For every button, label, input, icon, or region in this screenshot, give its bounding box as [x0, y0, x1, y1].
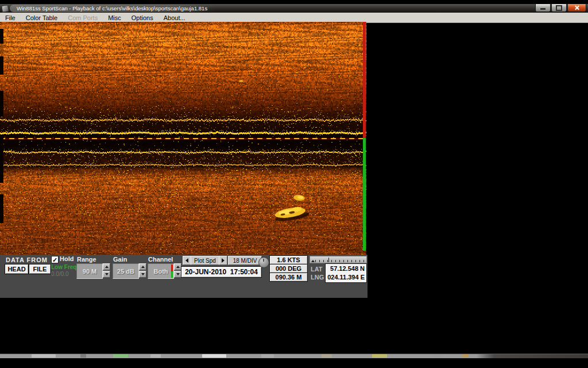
data-from-label: DATA FROM [6, 256, 48, 263]
speed-display: 1.6 KTS [269, 255, 308, 264]
close-button[interactable] [567, 4, 586, 12]
taskbar-icon [32, 354, 56, 358]
lat-label: LAT [311, 266, 323, 273]
gain-up-button[interactable] [139, 263, 146, 270]
channel-port-starboard-indicator [171, 264, 173, 278]
lng-label: LNG [311, 274, 324, 281]
down-arrow-icon [105, 273, 109, 275]
menu-item-file[interactable]: File [0, 14, 21, 22]
file-button[interactable]: FILE [29, 264, 51, 274]
heading-display: 000 DEG [269, 264, 308, 273]
right-arrow-icon [222, 258, 225, 263]
clock-knob-icon[interactable] [258, 257, 269, 268]
channel-value-text: Both [153, 268, 168, 275]
taskbar-strip [0, 354, 588, 358]
channel-value: Both [148, 263, 174, 279]
menu-item-options[interactable]: Options [126, 14, 158, 22]
down-arrow-icon [141, 273, 145, 275]
taskbar-icon [150, 354, 161, 358]
plot-speed-decrease-button[interactable] [183, 256, 191, 265]
window-controls [535, 4, 586, 12]
range-up-button[interactable] [103, 263, 110, 270]
gain-spinner [139, 263, 146, 278]
up-arrow-icon [105, 266, 109, 268]
taskbar-icon [322, 354, 332, 358]
head-button[interactable]: HEAD [5, 264, 29, 274]
sonar-display [0, 22, 366, 255]
close-icon [574, 5, 579, 10]
ruler-marker-icon [311, 260, 315, 262]
down-arrow-icon [176, 273, 180, 275]
taskbar-icon [372, 354, 387, 358]
range-value: 90 M [76, 263, 103, 279]
taskbar-sliver[interactable] [0, 353, 588, 359]
ruler-tall-tick [328, 258, 329, 262]
taskbar-icon [202, 354, 226, 358]
gain-label: Gain [113, 256, 127, 263]
ruler-ticks [315, 260, 365, 262]
plot-speed-button[interactable]: Plot Spd [191, 256, 219, 265]
sonar-image [0, 22, 366, 255]
title-bar[interactable]: Win881ss SportScan - Playback of c:\user… [0, 4, 588, 13]
frequency-value: 0.0/0.0 [51, 271, 69, 277]
channel-label: Channel [148, 256, 173, 263]
taskbar-icon [80, 354, 86, 358]
minimize-icon [540, 8, 546, 10]
gain-value: 25 dB [113, 263, 139, 279]
lat-value: 57.12.548 N [326, 264, 366, 273]
taskbar-icon [434, 354, 442, 358]
range-label: Range [77, 256, 96, 263]
taskbar-icon [261, 354, 274, 358]
check-icon: ✓ [52, 257, 57, 263]
left-arrow-icon [185, 258, 188, 263]
position-display: 57.12.548 N 024.11.394 E [325, 263, 367, 283]
menu-item-color-table[interactable]: Color Table [21, 14, 63, 22]
menu-item-misc[interactable]: Misc [103, 14, 126, 22]
taskbar-icon [113, 354, 128, 358]
control-panel: DATA FROM HEAD FILE ✓ Hold Low Freq 0.0/… [0, 255, 368, 298]
hold-checkbox[interactable]: ✓ [51, 256, 59, 263]
plot-scale-value: 18 M/DIV [228, 256, 262, 265]
range-down-button[interactable] [103, 271, 110, 278]
up-arrow-icon [176, 266, 180, 268]
frequency-mode-label: Low Freq [51, 264, 76, 270]
up-arrow-icon [141, 266, 145, 268]
app-icon [1, 5, 9, 13]
window-title: Win881ss SportScan - Playback of c:\user… [10, 5, 214, 12]
screen: Win881ss SportScan - Playback of c:\user… [0, 0, 588, 368]
maximize-icon [556, 5, 562, 11]
taskbar-icon [462, 354, 468, 358]
lng-value: 024.11.394 E [326, 273, 366, 282]
hold-label: Hold [60, 255, 74, 262]
maximize-button[interactable] [551, 4, 567, 12]
gain-down-button[interactable] [139, 271, 146, 278]
datetime-display: 20-JUN-2010 17:50:04 [181, 266, 262, 278]
menu-item-com-ports: Com Ports [63, 14, 103, 22]
range-spinner [103, 263, 110, 278]
plot-speed-increase-button[interactable] [219, 256, 227, 265]
minimize-button[interactable] [535, 4, 551, 12]
menu-item-about[interactable]: About... [158, 14, 191, 22]
depth-display: 090.36 M [269, 273, 308, 282]
speed-ruler [310, 256, 367, 263]
